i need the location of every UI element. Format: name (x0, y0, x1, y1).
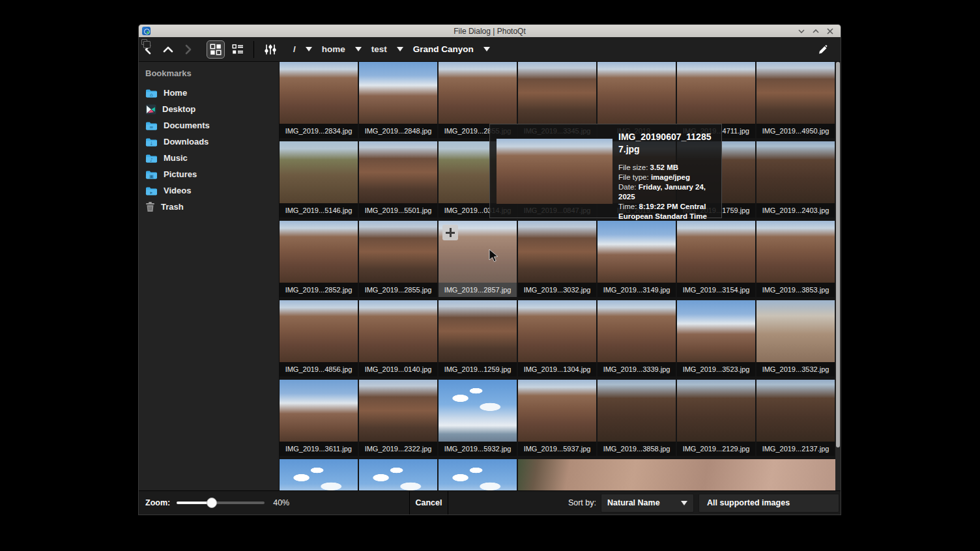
thumbnail-cell[interactable]: IMG_2019...3032.jpg (518, 221, 596, 297)
thumbnail-image-panorama[interactable] (518, 459, 836, 490)
sidebar-item-documents[interactable]: ≡ Documents (139, 117, 279, 134)
thumbnail-cell[interactable]: IMG_2019...3858.jpg (598, 380, 676, 456)
breadcrumb-test[interactable]: test (371, 44, 387, 54)
breadcrumb-root[interactable]: / (293, 44, 296, 54)
sidebar-item-home[interactable]: ⌂ Home (139, 85, 279, 101)
sort-dropdown[interactable]: Natural Name (601, 494, 694, 513)
thumbnail-filename: IMG_2019...3032.jpg (518, 283, 596, 297)
thumbnail-image (518, 62, 596, 124)
thumbnail-filename: IMG_2019...3853.jpg (757, 283, 835, 297)
thumbnail-cell[interactable]: IMG_2019...5146.jpg (280, 141, 358, 218)
list-view-button[interactable] (229, 40, 247, 59)
maximize-icon[interactable] (811, 26, 821, 36)
close-icon[interactable] (825, 26, 835, 36)
thumbnail-filename: IMG_2019...2857.jpg (439, 283, 517, 297)
thumbnail-cell[interactable]: IMG_2019...2855.jpg (359, 221, 437, 297)
sidebar-item-desktop[interactable]: Desktop (139, 101, 279, 117)
thumbnail-cell[interactable] (439, 459, 517, 490)
trash-icon (145, 201, 155, 212)
sidebar-item-label: Downloads (164, 137, 209, 147)
cancel-button[interactable]: Cancel (410, 491, 448, 515)
thumbnail-cell[interactable]: IMG_2019...3154.jpg (677, 221, 755, 297)
chevron-down-icon[interactable] (355, 47, 362, 51)
grid-view-button[interactable] (207, 40, 225, 59)
thumbnail-cell[interactable]: IMG_2019...2848.jpg (359, 62, 437, 138)
zoom-value: 40% (273, 498, 289, 507)
thumbnail-image (757, 141, 835, 203)
thumbnail-cell[interactable]: IMG_2019...3523.jpg (677, 300, 755, 376)
thumbnail-cell[interactable]: IMG_2019...3532.jpg (757, 300, 835, 376)
thumbnail-cell[interactable]: IMG_2019...0140.jpg (359, 300, 437, 376)
thumbnail-image (280, 62, 358, 124)
thumbnail-image (598, 300, 676, 362)
thumbnail-filename: IMG_2019...1304.jpg (518, 362, 596, 376)
up-button[interactable] (158, 40, 178, 59)
detach-window-icon[interactable] (141, 39, 147, 45)
thumbnail-cell[interactable]: IMG_2019...2834.jpg (280, 62, 358, 138)
breadcrumb-home[interactable]: home (322, 44, 345, 54)
thumbnail-cell[interactable]: IMG_2019...5501.jpg (359, 141, 437, 218)
sidebar-item-trash[interactable]: Trash (139, 199, 279, 215)
sidebar-item-label: Trash (161, 202, 184, 212)
sidebar-item-label: Videos (164, 186, 191, 195)
sidebar-item-pictures[interactable]: ▣ Pictures (139, 166, 279, 182)
thumbnail-image (439, 300, 517, 362)
zoom-slider[interactable] (177, 498, 265, 508)
tooltip-fields: File size: 3.52 MBFile type: image/jpegD… (618, 163, 715, 221)
thumbnail-cell[interactable]: IMG_2019...2129.jpg (677, 380, 755, 456)
svg-text:↓: ↓ (149, 140, 153, 146)
thumbnail-image (280, 221, 358, 283)
sidebar-item-videos[interactable]: ▸ Videos (139, 182, 279, 199)
settings-sliders-icon[interactable] (261, 40, 280, 59)
thumbnail-cell[interactable]: IMG_2019...3853.jpg (757, 221, 835, 297)
svg-text:♪: ♪ (150, 156, 153, 162)
chevron-down-icon[interactable] (306, 47, 312, 51)
thumbnail-cell[interactable]: IMG_2019...2137.jpg (757, 380, 835, 456)
thumbnail-cell[interactable]: IMG_2019...1259.jpg (439, 300, 517, 376)
grid-scrollbar[interactable] (835, 62, 841, 490)
grid-scrollbar-handle[interactable] (836, 62, 840, 447)
thumbnail-cell[interactable]: IMG_2019...4950.jpg (757, 62, 835, 138)
thumbnail-cell[interactable] (359, 459, 437, 490)
sidebar-item-music[interactable]: ♪ Music (139, 150, 279, 166)
thumbnail-filename: IMG_2019...2322.jpg (359, 442, 437, 456)
thumbnail-cell[interactable]: IMG_2019...3149.jpg (598, 221, 676, 297)
titlebar[interactable]: File Dialog | PhotoQt (139, 25, 841, 37)
folder-downloads-icon: ↓ (145, 137, 158, 147)
breadcrumb-current-folder[interactable]: Grand Canyon (413, 44, 474, 54)
folder-music-icon: ♪ (145, 153, 158, 163)
folder-pictures-icon: ▣ (145, 169, 158, 180)
thumbnail-image (518, 380, 596, 442)
thumbnail-cell[interactable]: IMG_2019...2322.jpg (359, 380, 437, 456)
thumbnail-filename: IMG_2019...3523.jpg (677, 362, 755, 376)
zoom-slider-thumb[interactable] (207, 498, 217, 508)
edit-path-button[interactable] (813, 40, 831, 59)
thumbnail-image (439, 459, 517, 490)
thumbnail-cell[interactable]: IMG_2019...5937.jpg (518, 380, 596, 456)
folder-home-icon: ⌂ (145, 88, 158, 98)
bookmarks-list: ⌂ Home Desktop ≡ Documents ↓ Downloads ♪… (139, 85, 279, 215)
thumbnail-filename: IMG_2019...3858.jpg (598, 442, 676, 456)
tooltip-filename: IMG_20190607_112857.jpg (618, 131, 715, 156)
thumbnail-cell[interactable]: IMG_2019...3611.jpg (280, 380, 358, 456)
bookmarks-heading: Bookmarks (139, 67, 279, 85)
minimize-icon[interactable] (796, 26, 807, 36)
svg-text:▣: ▣ (149, 173, 154, 178)
thumbnail-cell[interactable]: IMG_2019...2852.jpg (280, 221, 358, 297)
add-select-plus-icon[interactable] (442, 225, 458, 240)
forward-button[interactable] (178, 40, 197, 59)
svg-text:≡: ≡ (149, 124, 153, 130)
thumbnail-cell[interactable]: IMG_2019...5932.jpg (439, 380, 517, 456)
thumbnail-cell[interactable]: IMG_2019...2403.jpg (757, 141, 835, 218)
thumbnail-cell[interactable]: IMG_2019...2857.jpg (439, 221, 517, 297)
thumbnail-cell[interactable]: IMG_2019...4856.jpg (280, 300, 358, 376)
thumbnail-cell[interactable]: IMG_2019...3339.jpg (598, 300, 676, 376)
file-filter-select[interactable]: All supported images (699, 494, 839, 513)
thumbnail-image (598, 221, 676, 283)
thumbnail-cell[interactable] (280, 459, 358, 490)
thumbnail-filename: IMG_2019...3149.jpg (598, 283, 676, 297)
sidebar-item-downloads[interactable]: ↓ Downloads (139, 134, 279, 150)
chevron-down-icon[interactable] (483, 47, 490, 51)
chevron-down-icon[interactable] (397, 47, 403, 51)
thumbnail-cell[interactable]: IMG_2019...1304.jpg (518, 300, 596, 376)
